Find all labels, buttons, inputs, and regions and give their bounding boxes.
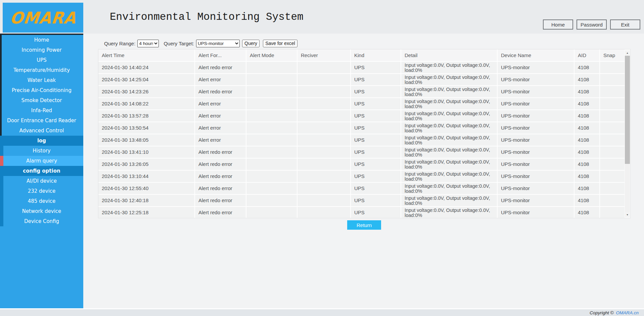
cell-time: 2024-01-30 12:55:40 — [98, 183, 195, 195]
column-header-alert-for: Alert For... — [195, 49, 246, 62]
scroll-up-icon[interactable]: ▲ — [625, 50, 630, 55]
column-header-device-name: Device Name — [498, 49, 574, 62]
cell-reciver — [297, 122, 351, 134]
cell-detail: Input voltage:0.0V, Output voltage:0.0V,… — [401, 195, 498, 207]
cell-aid: 4108 — [574, 183, 600, 195]
cell-alert-mode — [246, 110, 297, 122]
cell-device-name: UPS-monitor — [498, 159, 574, 171]
home-button[interactable]: Home — [543, 19, 573, 30]
query-target-label: Query Target: — [164, 41, 194, 46]
cell-reciver — [297, 134, 351, 146]
column-header-aid: AID — [574, 49, 600, 62]
column-header-alert-mode: Alert Mode — [246, 49, 297, 62]
query-range-select[interactable]: 4 hours — [137, 40, 159, 47]
save-for-excel-button[interactable]: Save for excel — [263, 40, 297, 47]
sidebar-item-precise-air-conditioning[interactable]: Precise Air-Conditioning — [0, 85, 83, 95]
cell-alert-mode — [246, 207, 297, 218]
query-button[interactable]: Query — [242, 40, 260, 47]
sidebar-item-485-device[interactable]: 485 device — [0, 196, 83, 206]
cell-snap — [600, 195, 625, 207]
sidebar-item-device-config[interactable]: Device Config — [0, 216, 83, 226]
cell-aid: 4108 — [574, 98, 600, 110]
main-content: Query Range: 4 hours Query Target: UPS-m… — [83, 34, 644, 308]
sidebar-item-advanced-control[interactable]: Advanced Control — [0, 126, 83, 136]
cell-alert-for: Alert redo error — [195, 146, 246, 159]
sidebar-item-door-entrance-card-reader[interactable]: Door Entrance Card Reader — [0, 116, 83, 126]
sidebar-item-232-device[interactable]: 232 device — [0, 186, 83, 196]
cell-reciver — [297, 207, 351, 218]
cell-kind: UPS — [351, 110, 401, 122]
cell-alert-mode — [246, 62, 297, 74]
table-row: 2024-01-30 13:41:10Alert redo errorUPSIn… — [98, 146, 625, 159]
cell-detail: Input voltage:0.0V, Output voltage:0.0V,… — [401, 183, 498, 195]
return-button[interactable]: Return — [347, 220, 381, 230]
cell-time: 2024-01-30 13:57:28 — [98, 110, 195, 122]
cell-aid: 4108 — [574, 62, 600, 74]
sidebar-item-temperature-humidity[interactable]: Temperature/Humidity — [0, 65, 83, 75]
cell-alert-for: Alert redo error — [195, 195, 246, 207]
table-row: 2024-01-30 13:57:28Alert errorUPSInput v… — [98, 110, 625, 122]
cell-time: 2024-01-30 14:08:22 — [98, 98, 195, 110]
cell-alert-mode — [246, 122, 297, 134]
cell-reciver — [297, 86, 351, 98]
cell-detail: Input voltage:0.0V, Output voltage:0.0V,… — [401, 110, 498, 122]
sidebar-item-smoke-detector[interactable]: Smoke Detector — [0, 95, 83, 105]
cell-kind: UPS — [351, 195, 401, 207]
cell-alert-mode — [246, 183, 297, 195]
cell-kind: UPS — [351, 183, 401, 195]
cell-aid: 4108 — [574, 159, 600, 171]
cell-detail: Input voltage:0.0V, Output voltage:0.0V,… — [401, 122, 498, 134]
cell-device-name: UPS-monitor — [498, 195, 574, 207]
cell-snap — [600, 122, 625, 134]
sidebar-item-log[interactable]: log — [0, 136, 83, 146]
cell-alert-for: Alert error — [195, 74, 246, 86]
sidebar-nav: HomeIncoming PowerUPSTemperature/Humidit… — [0, 34, 83, 308]
cell-aid: 4108 — [574, 195, 600, 207]
cell-snap — [600, 110, 625, 122]
exit-button[interactable]: Exit — [610, 19, 640, 30]
cell-alert-for: Alert redo error — [195, 183, 246, 195]
cell-snap — [600, 74, 625, 86]
omara-link[interactable]: OMARA.cn — [616, 310, 639, 315]
cell-reciver — [297, 159, 351, 171]
scrollbar-thumb[interactable] — [625, 56, 630, 164]
query-range-label: Query Range: — [104, 41, 135, 46]
cell-reciver — [297, 98, 351, 110]
cell-reciver — [297, 62, 351, 74]
sidebar-item-config-option[interactable]: config option — [0, 166, 83, 176]
table-row: 2024-01-30 13:26:05Alert redo errorUPSIn… — [98, 159, 625, 171]
column-header-alert-time: Alert Time — [98, 49, 195, 62]
sidebar-item-network-device[interactable]: Network device — [0, 206, 83, 216]
scroll-down-icon[interactable]: ▼ — [625, 212, 630, 217]
cell-snap — [600, 62, 625, 74]
cell-kind: UPS — [351, 98, 401, 110]
cell-aid: 4108 — [574, 74, 600, 86]
table-header-row: Alert TimeAlert For...Alert ModeReciverK… — [98, 49, 625, 62]
sidebar-item-home[interactable]: Home — [0, 35, 83, 45]
omara-logo-text: OMARA — [9, 8, 77, 27]
cell-snap — [600, 134, 625, 146]
table-scrollbar[interactable]: ▲ ▼ — [625, 50, 630, 217]
sidebar-item-history[interactable]: History — [0, 146, 83, 156]
cell-detail: Input voltage:0.0V, Output voltage:0.0V,… — [401, 62, 498, 74]
cell-device-name: UPS-monitor — [498, 86, 574, 98]
cell-time: 2024-01-30 14:23:26 — [98, 86, 195, 98]
cell-detail: Input voltage:0.0V, Output voltage:0.0V,… — [401, 86, 498, 98]
table-row: 2024-01-30 13:50:54Alert errorUPSInput v… — [98, 122, 625, 134]
query-target-select[interactable]: UPS-monitor — [196, 40, 240, 47]
sidebar-item-alarm-query[interactable]: Alarm query — [0, 156, 83, 166]
cell-kind: UPS — [351, 62, 401, 74]
sidebar-item-water-leak[interactable]: Water Leak — [0, 75, 83, 85]
cell-alert-for: Alert redo error — [195, 62, 246, 74]
cell-reciver — [297, 146, 351, 159]
cell-device-name: UPS-monitor — [498, 122, 574, 134]
sidebar-item-incoming-power[interactable]: Incoming Power — [0, 45, 83, 55]
cell-detail: Input voltage:0.0V, Output voltage:0.0V,… — [401, 134, 498, 146]
sidebar-item-infa-red[interactable]: Infa-Red — [0, 105, 83, 116]
topbar-buttons: Home Password Exit — [543, 19, 640, 30]
sidebar-item-ai-di-device[interactable]: AI/DI device — [0, 176, 83, 186]
cell-alert-for: Alert redo error — [195, 171, 246, 183]
table-row: 2024-01-30 12:55:40Alert redo errorUPSIn… — [98, 183, 625, 195]
sidebar-item-ups[interactable]: UPS — [0, 55, 83, 65]
password-button[interactable]: Password — [577, 19, 607, 30]
